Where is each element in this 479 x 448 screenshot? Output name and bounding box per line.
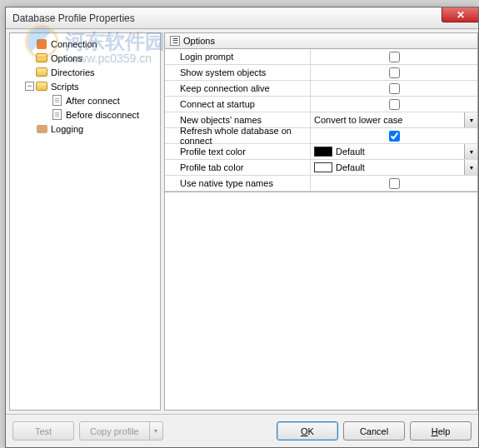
conn-icon xyxy=(36,38,47,50)
option-value[interactable] xyxy=(311,81,477,96)
option-row: Keep connection alive xyxy=(165,81,477,97)
tree-item-label: Before disconnect xyxy=(66,110,139,120)
options-grid: Login promptShow system objectsKeep conn… xyxy=(164,49,478,192)
folder-icon xyxy=(36,52,47,64)
tree-item-label: After connect xyxy=(66,96,120,106)
option-value[interactable]: Default▾ xyxy=(311,160,477,175)
option-label[interactable]: Use native type names xyxy=(165,176,311,191)
option-value[interactable] xyxy=(311,49,477,64)
tree-item-directories[interactable]: Directories xyxy=(10,65,160,79)
option-row: Login prompt xyxy=(165,49,477,65)
option-label[interactable]: Profile text color xyxy=(165,144,311,159)
option-checkbox[interactable] xyxy=(389,52,400,62)
tree-item-label: Scripts xyxy=(51,82,79,92)
option-label[interactable]: Login prompt xyxy=(165,49,311,64)
tree-item-before-disconnect[interactable]: Before disconnect xyxy=(10,107,160,122)
option-label[interactable]: Keep connection alive xyxy=(165,81,311,96)
option-label[interactable]: Connect at startup xyxy=(165,97,311,112)
chevron-down-icon[interactable]: ▾ xyxy=(464,112,477,127)
ok-button[interactable]: OK xyxy=(277,421,338,441)
tree-panel: ConnectionOptionsDirectories−ScriptsAfte… xyxy=(9,32,161,411)
grid-filler xyxy=(164,192,478,411)
cancel-button[interactable]: Cancel xyxy=(343,421,405,441)
option-label[interactable]: Show system objects xyxy=(165,65,311,80)
option-color-value: Default xyxy=(336,147,365,157)
option-checkbox[interactable] xyxy=(389,67,400,78)
tree-item-connection[interactable]: Connection xyxy=(10,37,160,51)
tree-toggle-icon xyxy=(25,39,34,48)
test-button[interactable]: Test xyxy=(12,421,74,441)
folder-icon xyxy=(36,67,47,78)
log-icon xyxy=(36,123,47,135)
tree-item-label: Directories xyxy=(51,67,95,77)
titlebar[interactable]: Database Profile Properties ✕ xyxy=(6,7,478,29)
content-area: ConnectionOptionsDirectories−ScriptsAfte… xyxy=(6,29,478,414)
option-checkbox[interactable] xyxy=(389,131,400,142)
options-header-icon: ☰ xyxy=(170,36,180,46)
option-row: Connect at startup xyxy=(165,97,477,112)
tree-toggle-icon[interactable]: − xyxy=(25,82,34,91)
option-value[interactable] xyxy=(311,176,477,191)
option-value[interactable] xyxy=(311,97,477,112)
tree-item-logging[interactable]: Logging xyxy=(10,122,160,136)
copy-profile-group: Copy profile ▾ xyxy=(79,421,163,441)
chevron-down-icon[interactable]: ▾ xyxy=(464,160,477,175)
window-title: Database Profile Properties xyxy=(12,12,135,24)
copy-profile-button[interactable]: Copy profile xyxy=(79,421,150,441)
close-icon: ✕ xyxy=(457,9,465,21)
color-swatch xyxy=(314,162,332,172)
color-swatch xyxy=(314,147,332,157)
option-value[interactable]: Convert to lower case▾ xyxy=(311,112,477,127)
option-row: Show system objects xyxy=(165,65,477,81)
chevron-down-icon[interactable]: ▾ xyxy=(464,144,477,159)
tree-toggle-icon xyxy=(25,53,34,62)
tree-toggle-icon xyxy=(25,124,34,133)
tree-toggle-icon xyxy=(25,67,34,77)
help-button[interactable]: Help xyxy=(410,421,472,441)
panel-header: ☰ Options xyxy=(164,32,478,49)
tree-item-label: Connection xyxy=(51,39,97,49)
option-value[interactable]: Default▾ xyxy=(311,144,477,159)
dialog-window: Database Profile Properties ✕ Connection… xyxy=(5,7,479,448)
option-row: Refresh whole database on connect xyxy=(165,128,477,144)
close-button[interactable]: ✕ xyxy=(442,7,478,22)
option-color-value: Default xyxy=(336,162,365,172)
panel-header-label: Options xyxy=(183,36,215,46)
option-checkbox[interactable] xyxy=(389,178,400,189)
option-value[interactable] xyxy=(311,65,477,80)
option-row: Profile tab colorDefault▾ xyxy=(165,160,477,176)
option-label[interactable]: Profile tab color xyxy=(165,160,311,175)
option-select-value: Convert to lower case xyxy=(314,115,402,125)
tree-toggle-icon xyxy=(40,96,49,105)
page-icon xyxy=(51,95,62,107)
option-row: Profile text colorDefault▾ xyxy=(165,144,477,160)
option-checkbox[interactable] xyxy=(389,99,400,110)
tree-item-after-connect[interactable]: After connect xyxy=(10,93,160,107)
option-row: Use native type names xyxy=(165,176,477,192)
option-value[interactable] xyxy=(311,128,477,143)
copy-profile-dropdown[interactable]: ▾ xyxy=(150,421,163,441)
tree-toggle-icon xyxy=(40,110,49,119)
button-bar: Test Copy profile ▾ OK Cancel Help xyxy=(6,414,478,447)
tree-item-label: Logging xyxy=(51,124,83,134)
tree-item-scripts[interactable]: −Scripts xyxy=(10,79,160,93)
option-label[interactable]: Refresh whole database on connect xyxy=(165,128,311,143)
option-checkbox[interactable] xyxy=(389,83,400,94)
page-icon xyxy=(51,109,62,121)
folder-icon xyxy=(36,81,47,92)
right-panel: ☰ Options Login promptShow system object… xyxy=(164,32,478,411)
watermark-url: www.pc0359.cn xyxy=(70,52,152,65)
